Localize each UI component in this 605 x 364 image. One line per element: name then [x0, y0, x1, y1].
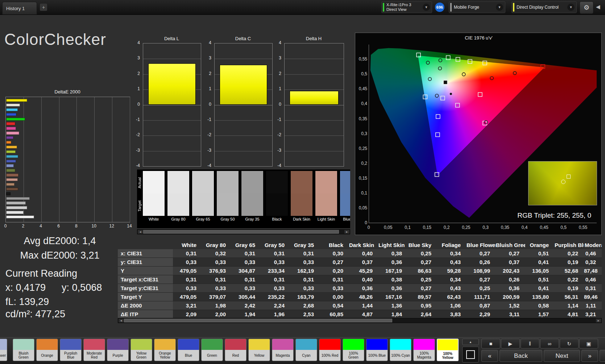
swatch-column: Black: [266, 171, 288, 221]
target-square-marker: [436, 133, 440, 137]
prev-page-button[interactable]: «: [481, 350, 498, 362]
axis-tick-label: 0,35: [356, 116, 367, 121]
table-cell: 52,68: [555, 267, 584, 275]
gear-icon[interactable]: ⚙: [580, 1, 593, 14]
table-cell: 0,31: [290, 249, 320, 258]
table-cell: 0,33: [290, 284, 320, 293]
pattern-tile-100-red[interactable]: 100% Red: [319, 339, 341, 361]
swatch-strip-scrollbar[interactable]: ◄ ►: [137, 229, 350, 234]
chevron-down-icon[interactable]: ▼: [496, 4, 503, 11]
back-button[interactable]: Back: [500, 350, 542, 362]
pattern-swatch: [319, 339, 340, 350]
table-row: ΔE ITP2,092,001,941,962,5360,854,871,842…: [118, 310, 602, 319]
axis-tick-label: -1: [270, 117, 281, 122]
table-cell: 0,31: [290, 275, 320, 284]
reading-count-badge[interactable]: 696: [435, 3, 444, 12]
gridline: [215, 151, 272, 151]
actual-swatch: [266, 171, 288, 193]
pattern-tile-100-cyan[interactable]: 100% Cyan: [390, 339, 411, 361]
table-cell: 2,24: [261, 301, 290, 310]
play-icon[interactable]: ▶: [501, 339, 520, 348]
pattern-window-icon[interactable]: ▣: [579, 339, 598, 348]
display-control-selector[interactable]: Direct Display Control ▼: [511, 1, 577, 13]
pattern-tile-purple[interactable]: Purple: [107, 339, 129, 361]
de2000-bar: [6, 178, 18, 181]
axis-tick-label: 0,4: [517, 225, 532, 230]
actual-swatch: [143, 171, 165, 193]
gridline: [215, 59, 272, 59]
table-cell: 2,09: [173, 310, 202, 319]
table-cell: 4,87: [349, 310, 378, 319]
table-row-label: ΔE 2000: [118, 301, 173, 310]
app-window: History 1 + X-Rite i1Pro 3 Direct View ▼…: [0, 0, 605, 364]
table-cell: 167,16: [378, 293, 408, 301]
next-page-button[interactable]: »: [581, 350, 598, 362]
expand-pattern-bar-icon[interactable]: ▲: [462, 339, 479, 345]
scrollbar-thumb[interactable]: [124, 319, 392, 322]
overflow-button[interactable]: [600, 350, 605, 362]
table-cell: 167,19: [378, 267, 408, 275]
pattern-tile-100-yellow[interactable]: 100% Yellow: [437, 339, 459, 361]
table-cell: 0,40: [349, 249, 378, 258]
pattern-tile-orange-yellow[interactable]: Orange Yellow: [154, 339, 176, 361]
pattern-tile-label: Green: [202, 350, 223, 361]
pattern-swatch: [202, 339, 223, 350]
table-cell: 202,43: [496, 267, 525, 275]
scroll-right-icon[interactable]: ►: [596, 319, 601, 322]
pattern-tile-yellow-green[interactable]: Yellow Green: [130, 339, 152, 361]
refresh-icon[interactable]: ↻: [560, 339, 579, 348]
collapse-panel-icon[interactable]: ◀: [596, 4, 600, 10]
add-tab-button[interactable]: +: [40, 4, 47, 11]
pause-icon[interactable]: ‖: [521, 339, 539, 348]
scroll-right-icon[interactable]: ►: [344, 230, 349, 234]
actual-swatch: [192, 171, 214, 193]
pattern-tile-blue-flower[interactable]: Blue Flower: [0, 339, 7, 361]
pattern-tile-green[interactable]: Green: [201, 339, 223, 361]
table-cell: 0,34: [437, 249, 467, 258]
pattern-tile-red[interactable]: Red: [225, 339, 246, 361]
de2000-bar: [6, 173, 18, 176]
pattern-tile-label: Orange Yellow: [154, 350, 175, 361]
display-control-status-indicator: [513, 3, 514, 12]
axis-tick-label: 0,05: [356, 205, 367, 210]
pattern-tile-100-green[interactable]: 100% Green: [343, 339, 364, 361]
de2000-bar: [6, 183, 14, 186]
pattern-tile-moderate-red[interactable]: Moderate Red: [83, 339, 105, 361]
table-cell: 0,33: [261, 258, 290, 267]
pattern-tile-label: Bluish Green: [13, 350, 34, 361]
pattern-tile-100-blue[interactable]: 100% Blue: [366, 339, 388, 361]
pattern-tile-purplish-blue[interactable]: Purplish Blue: [60, 339, 82, 361]
chevron-down-icon[interactable]: ▼: [567, 4, 575, 11]
table-cell: 0,36: [349, 284, 378, 293]
stop-icon[interactable]: ■: [481, 339, 500, 348]
pattern-tile-cyan[interactable]: Cyan: [295, 339, 317, 361]
axis-tick-label: 0,55: [356, 57, 367, 62]
pattern-tile-yellow[interactable]: Yellow: [248, 339, 270, 361]
axis-tick-label: 2: [129, 71, 140, 76]
de2000-bar: [6, 113, 16, 116]
axis-tick-label: 0,3: [478, 225, 493, 230]
pattern-tile-orange[interactable]: Orange: [36, 339, 58, 361]
scrollbar-thumb[interactable]: [143, 230, 339, 234]
gridline: [143, 135, 201, 136]
pattern-source-selector[interactable]: Mobile Forge ▼: [449, 1, 505, 13]
de2000-bar: [6, 160, 16, 163]
table-cell: 0,51: [525, 249, 555, 258]
de2000-bar: [6, 216, 34, 218]
pattern-window-button[interactable]: [462, 347, 479, 363]
pattern-tile-100-magenta[interactable]: 100% Magenta: [413, 339, 435, 361]
chevron-down-icon[interactable]: ▼: [423, 4, 430, 11]
meter-selector[interactable]: X-Rite i1Pro 3 Direct View ▼: [381, 1, 432, 13]
measured-circle-marker: [462, 73, 465, 76]
axis-tick-label: 4: [200, 40, 211, 45]
pattern-tile-blue[interactable]: Blue: [178, 339, 199, 361]
tab-history-1[interactable]: History 1: [2, 2, 37, 14]
loop-icon[interactable]: ∞: [540, 339, 559, 348]
scroll-left-icon[interactable]: ◄: [138, 230, 143, 234]
scroll-left-icon[interactable]: ◄: [119, 319, 124, 322]
pattern-swatch: [178, 339, 199, 350]
next-button[interactable]: Next: [544, 350, 580, 362]
table-scrollbar[interactable]: ◄ ►: [118, 318, 602, 323]
pattern-tile-bluish-green[interactable]: Bluish Green: [13, 339, 34, 361]
pattern-tile-magenta[interactable]: Magenta: [272, 339, 294, 361]
